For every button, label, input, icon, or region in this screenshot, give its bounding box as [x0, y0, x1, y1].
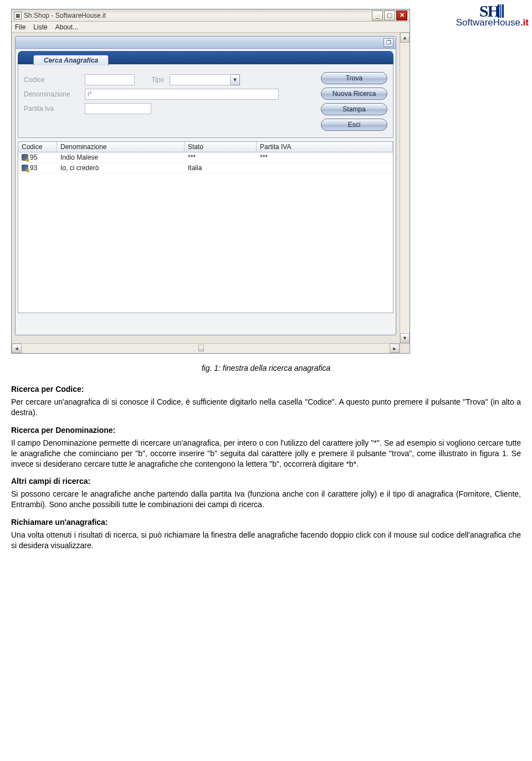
brand-text-main: SoftwareHouse: [456, 17, 520, 28]
grid-header-codice[interactable]: Codice: [18, 142, 57, 152]
label-codice: Codice: [24, 76, 85, 84]
para-altri-campi: Si possono cercare le anagrafiche anche …: [11, 489, 521, 510]
grid-header-row: Codice Denominazione Stato Partita IVA: [18, 142, 393, 152]
cell-codice: 95: [18, 153, 57, 162]
label-tipo: Tipo: [135, 76, 170, 84]
brand-text-suffix: .it: [520, 17, 529, 28]
scroll-track-v[interactable]: [400, 43, 410, 333]
label-partita-iva: Partita Iva: [24, 105, 85, 113]
brand-mark: SH: [456, 3, 529, 18]
trova-button[interactable]: Trova: [321, 72, 387, 84]
brand-text: SoftwareHouse.it: [456, 17, 529, 28]
scroll-down-icon[interactable]: ▼: [400, 333, 410, 343]
para-ricerca-codice: Per cercare un'anagrafica di si conosce …: [11, 397, 521, 418]
titlebar: ▦ Sh.Shop - SoftwareHouse.it _ ▢ ✕: [12, 9, 410, 22]
app-window: ▦ Sh.Shop - SoftwareHouse.it _ ▢ ✕ File …: [11, 9, 410, 354]
panel-title: Cerca Anagrafica: [33, 55, 109, 65]
scroll-left-icon[interactable]: ◄: [12, 344, 22, 353]
stampa-button[interactable]: Stampa: [321, 103, 387, 115]
label-denominazione: Denominazione: [24, 90, 85, 98]
minimize-button[interactable]: _: [372, 11, 383, 21]
outer-scroll-vertical[interactable]: ▲ ▼: [400, 33, 410, 343]
table-row[interactable]: 93Io, ci crederòItalia: [18, 163, 393, 173]
scroll-track-h[interactable]: [22, 344, 390, 353]
svg-rect-1: [500, 4, 502, 18]
scroll-corner: [400, 344, 410, 353]
input-codice[interactable]: [85, 74, 135, 85]
input-partita-iva[interactable]: [85, 103, 151, 114]
grid-header-denominazione[interactable]: Denominazione: [57, 142, 185, 152]
figure-caption: fig. 1: finestra della ricerca anagrafic…: [11, 364, 521, 372]
cell-stato: Italia: [185, 164, 257, 172]
nuova-ricerca-button[interactable]: Nuova Ricerca: [321, 88, 387, 100]
scroll-up-icon[interactable]: ▲: [400, 33, 410, 43]
cell-partita-iva: [257, 164, 393, 172]
cell-denominazione: Io, ci crederò: [57, 164, 185, 172]
tipo-dropdown-button[interactable]: ▼: [231, 74, 240, 85]
svg-rect-2: [502, 4, 504, 18]
svg-rect-0: [498, 4, 499, 18]
input-tipo[interactable]: [170, 74, 231, 85]
heading-richiamare: Richiamare un'anagrafica:: [11, 518, 521, 527]
table-row[interactable]: 95Indio Malese******: [18, 152, 393, 163]
cell-denominazione: Indio Malese: [57, 153, 185, 162]
input-denominazione[interactable]: i*: [85, 89, 279, 100]
child-titlebar: ❐: [16, 37, 396, 49]
esci-button[interactable]: Esci: [321, 119, 387, 131]
heading-ricerca-denominazione: Ricerca per Denominazione:: [11, 426, 521, 435]
grid-header-partita-iva[interactable]: Partita IVA: [257, 142, 393, 152]
para-ricerca-denominazione: Il campo Denominazione permette di ricer…: [11, 438, 521, 469]
search-panel: Cerca Anagrafica Codice Tipo: [18, 51, 393, 138]
row-icon: [22, 154, 28, 161]
child-restore-button[interactable]: ❐: [383, 38, 393, 47]
panel-header: Cerca Anagrafica: [18, 51, 393, 64]
row-icon: [22, 165, 28, 171]
heading-ricerca-codice: Ricerca per Codice:: [11, 385, 521, 394]
cell-partita-iva: ***: [257, 153, 393, 162]
para-richiamare: Una volta ottenuti i risultati di ricerc…: [11, 530, 521, 551]
scroll-thumb-h[interactable]: [198, 345, 204, 351]
brand-logo: SH SoftwareHouse.it: [456, 3, 529, 28]
window-title: Sh.Shop - SoftwareHouse.it: [24, 12, 372, 19]
cell-stato: ***: [185, 153, 257, 162]
menu-file[interactable]: File: [15, 23, 25, 31]
menu-about[interactable]: About...: [55, 23, 78, 31]
menu-liste[interactable]: Liste: [33, 23, 47, 31]
cell-codice: 93: [18, 164, 57, 172]
client-area: ❐ Cerca Anagrafica Codice: [12, 33, 410, 343]
child-window: ❐ Cerca Anagrafica Codice: [15, 36, 396, 335]
outer-scroll-horizontal[interactable]: ◄ ►: [12, 343, 410, 353]
app-icon: ▦: [14, 12, 22, 19]
close-button[interactable]: ✕: [396, 11, 407, 21]
scroll-right-icon[interactable]: ►: [390, 344, 400, 353]
results-grid: Codice Denominazione Stato Partita IVA 9…: [18, 141, 393, 313]
maximize-button[interactable]: ▢: [384, 11, 395, 21]
heading-altri-campi: Altri campi di ricerca:: [11, 477, 521, 486]
menubar: File Liste About...: [12, 22, 410, 33]
grid-header-stato[interactable]: Stato: [185, 142, 257, 152]
